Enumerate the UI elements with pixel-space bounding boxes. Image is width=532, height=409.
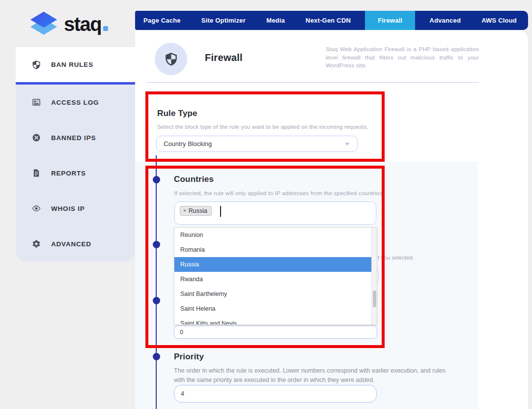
tab-advanced[interactable]: Advanced bbox=[423, 11, 467, 30]
countries-dropdown-list: Reunion Romania Russia Rwanda Saint Bart… bbox=[174, 227, 377, 325]
sidebar-item-reports[interactable]: REPORTS bbox=[16, 155, 135, 191]
tab-next-gen-cdn[interactable]: Next-Gen CDN bbox=[299, 11, 357, 30]
country-option[interactable]: Saint Helena bbox=[174, 301, 377, 316]
page-title: Firewall bbox=[205, 52, 243, 63]
staq-logo: staq bbox=[29, 10, 108, 38]
sidebar-item-banned-ips[interactable]: BANNED IPS bbox=[16, 120, 135, 155]
obscured-description-fragment: t you selected. bbox=[378, 255, 414, 261]
shield-icon bbox=[32, 60, 41, 69]
shield-icon bbox=[165, 53, 178, 66]
sidebar-item-whois-ip[interactable]: WHOIS IP bbox=[16, 191, 135, 226]
access-log-icon bbox=[32, 98, 41, 107]
tab-aws-cloud[interactable]: AWS Cloud bbox=[475, 11, 523, 30]
selected-country-label: Russia bbox=[189, 207, 207, 214]
countries-multiselect-input[interactable]: × Russia bbox=[174, 202, 376, 225]
staq-diamond-icon bbox=[29, 10, 58, 38]
priority-input[interactable] bbox=[174, 385, 377, 403]
logo-dot bbox=[103, 26, 108, 31]
rule-type-description: Select the block type of the rule you wa… bbox=[157, 124, 368, 130]
tab-page-cache[interactable]: Page Cache bbox=[137, 11, 187, 30]
firewall-icon-circle bbox=[155, 43, 187, 75]
priority-description: The order in which the rule is executed.… bbox=[174, 366, 448, 385]
advanced-gear-icon bbox=[32, 239, 41, 248]
sidebar-item-label: BANNED IPS bbox=[51, 134, 96, 142]
tab-site-optimizer[interactable]: Site Optimizer bbox=[195, 11, 252, 30]
banned-ips-icon bbox=[32, 133, 41, 142]
country-option[interactable]: Saint Barthelemy bbox=[174, 287, 377, 301]
text-cursor bbox=[220, 206, 221, 217]
timeline-dot bbox=[153, 241, 160, 248]
page-description: Staq Web Application Firewall is a PHP b… bbox=[326, 45, 479, 70]
country-option[interactable]: Rwanda bbox=[174, 272, 377, 287]
countries-title: Countries bbox=[174, 175, 214, 184]
sidebar-item-ban-rules[interactable]: BAN RULES bbox=[16, 47, 135, 82]
remove-tag-icon[interactable]: × bbox=[183, 208, 186, 213]
whois-eye-icon bbox=[32, 204, 41, 213]
rule-type-title: Rule Type bbox=[157, 109, 197, 118]
sidebar-item-label: BAN RULES bbox=[51, 61, 93, 68]
rule-type-select[interactable]: Country Blocking bbox=[156, 136, 358, 152]
top-navigation: Page Cache Site Optimizer Media Next-Gen… bbox=[135, 11, 528, 30]
dropdown-scrollbar[interactable] bbox=[371, 228, 377, 324]
timeline-dot-priority bbox=[153, 353, 160, 360]
sidebar: BAN RULES ACCESS LOG BANNED IPS bbox=[16, 47, 135, 262]
countries-description: If selected, the rule will only applied … bbox=[174, 190, 382, 196]
sidebar-item-label: ACCESS LOG bbox=[51, 99, 99, 106]
country-option[interactable]: Reunion bbox=[174, 228, 377, 242]
chevron-down-icon bbox=[344, 142, 350, 146]
country-option[interactable]: Romania bbox=[174, 242, 377, 257]
timeline-line bbox=[156, 155, 157, 409]
scrollbar-thumb[interactable] bbox=[373, 291, 376, 307]
selected-country-tag[interactable]: × Russia bbox=[180, 206, 212, 216]
tab-media[interactable]: Media bbox=[260, 11, 291, 30]
hidden-field-input[interactable] bbox=[174, 325, 377, 339]
logo-wordmark: staq bbox=[64, 13, 108, 35]
timeline-dot bbox=[153, 297, 160, 304]
sidebar-item-label: ADVANCED bbox=[51, 240, 91, 248]
country-option-highlighted[interactable]: Russia bbox=[174, 257, 377, 272]
country-option[interactable]: Saint Kitts and Nevis bbox=[174, 316, 377, 325]
reports-icon bbox=[32, 169, 41, 177]
rule-type-selected-value: Country Blocking bbox=[164, 140, 212, 147]
header-divider bbox=[147, 82, 479, 83]
priority-title: Priority bbox=[174, 352, 204, 362]
sidebar-item-label: REPORTS bbox=[51, 170, 86, 177]
sidebar-item-advanced[interactable]: ADVANCED bbox=[16, 226, 135, 262]
sidebar-item-access-log[interactable]: ACCESS LOG bbox=[16, 85, 135, 120]
timeline-dot-countries bbox=[153, 176, 160, 183]
sidebar-item-label: WHOIS IP bbox=[51, 205, 85, 212]
tab-firewall[interactable]: Firewall bbox=[365, 11, 415, 30]
